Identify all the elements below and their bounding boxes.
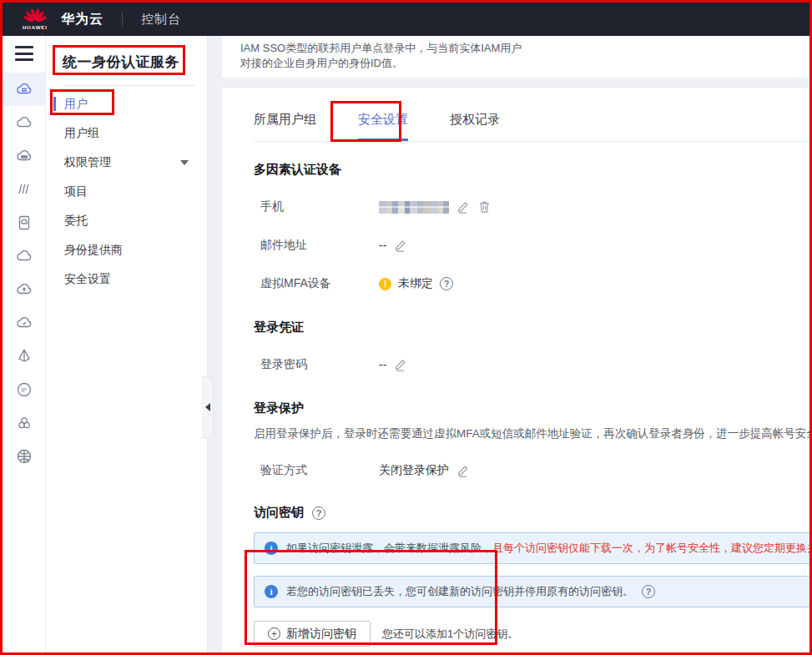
row-phone: 手机 [254, 198, 812, 216]
sidebar-item-identity-providers[interactable]: 身份提供商 [46, 235, 207, 265]
background-gap [208, 78, 809, 88]
sidebar-item-users[interactable]: 用户 [46, 89, 207, 118]
help-icon-alert[interactable]: ? [642, 585, 655, 598]
virtual-mfa-label: 虚拟MFA设备 [254, 276, 379, 291]
rail-item-cloud-dots[interactable] [3, 106, 45, 139]
service-icon-rail: IP w [3, 36, 46, 652]
phone-label: 手机 [254, 199, 379, 214]
alert2-text: 若您的访问密钥已丢失，您可创建新的访问密钥并停用原有的访问密钥。 [286, 584, 633, 599]
alert1-red-text: 且每个访问密钥仅能下载一次，为了帐号安全性，建议您定期更换并妥善保 [492, 542, 812, 554]
sidebar-divider [63, 85, 195, 86]
help-icon-access-key[interactable]: ? [312, 506, 325, 520]
access-key-actions: + 新增访问密钥 您还可以添加1个访问密钥。 [254, 621, 812, 647]
cloud-server-icon [14, 79, 34, 99]
rail-item-ip[interactable]: IP [3, 373, 45, 406]
tab-bar: 所属用户组 安全设置 授权记录 [254, 88, 812, 142]
cloud-upload-icon [14, 280, 34, 300]
tab-security-settings[interactable]: 安全设置 [358, 112, 408, 141]
protection-description: 启用登录保护后，登录时还需要通过虚拟MFA或短信或邮件地址验证，再次确认登录者身… [254, 426, 812, 441]
help-icon-mfa[interactable]: ? [440, 277, 453, 290]
warning-icon: ! [379, 278, 391, 290]
pyramid-icon [14, 346, 34, 366]
rail-item-waves[interactable] [3, 173, 45, 206]
row-password: 登录密码 -- [254, 355, 812, 374]
access-key-quota-note: 您还可以添加1个访问密钥。 [382, 627, 518, 642]
password-value: -- [379, 358, 386, 371]
row-email: 邮件地址 -- [254, 236, 812, 254]
doc-cloud-icon [14, 213, 34, 233]
info-icon: i [265, 585, 278, 598]
chevron-left-icon [205, 403, 210, 411]
row-virtual-mfa: 虚拟MFA设备 ! 未绑定 ? [254, 275, 812, 293]
brand-name[interactable]: 华为云 [61, 11, 103, 28]
globe-icon: w [14, 446, 34, 466]
alert1-plain-text: 如果访问密钥泄露，会带来数据泄露风险， [286, 542, 492, 554]
hamburger-menu-icon[interactable] [15, 46, 33, 61]
top-bar: HUAWEI 华为云 控制台 [3, 3, 809, 36]
sidebar-collapse-handle[interactable] [202, 376, 214, 438]
topbar-divider [122, 13, 123, 26]
verification-label: 验证方式 [254, 463, 379, 478]
main-content: IAM SSO类型的联邦用户单点登录中，与当前实体IAM用户 对接的企业自身用户… [208, 36, 809, 652]
plus-circle-icon: + [268, 627, 280, 640]
section-protection-title: 登录保护 [254, 401, 812, 416]
email-value: -- [379, 239, 386, 252]
phone-value-redacted [379, 201, 449, 214]
row-verification: 验证方式 关闭登录保护 [254, 461, 812, 480]
tooltip-line-1: IAM SSO类型的联邦用户单点登录中，与当前实体IAM用户 [240, 41, 812, 56]
cloud-icon [14, 246, 34, 266]
huawei-logo[interactable]: HUAWEI [23, 9, 48, 30]
rail-item-doc-cloud[interactable] [3, 206, 45, 239]
rail-item-cloud[interactable] [3, 239, 45, 273]
password-label: 登录密码 [254, 357, 379, 372]
tab-authorization-records[interactable]: 授权记录 [450, 112, 500, 141]
sidebar-item-permissions[interactable]: 权限管理 [46, 148, 207, 177]
service-title: 统一身份认证服务 [63, 53, 207, 72]
huawei-flower-icon [24, 9, 46, 24]
access-key-alert-2: i 若您的访问密钥已丢失，您可创建新的访问密钥并停用原有的访问密钥。 ? [254, 576, 812, 607]
rail-item-pyramid[interactable] [3, 340, 45, 373]
ip-icon: IP [14, 380, 34, 400]
rail-item-user-group[interactable] [3, 406, 45, 440]
cloud-dots-icon [14, 113, 34, 133]
waves-icon [14, 179, 34, 199]
rail-item-cloud-clock[interactable] [3, 306, 45, 340]
sidebar-item-agencies[interactable]: 委托 [46, 206, 207, 235]
verification-value: 关闭登录保护 [379, 463, 449, 478]
edit-verification-icon[interactable] [456, 463, 471, 478]
section-credential-title: 登录凭证 [254, 320, 812, 335]
section-access-key-title: 访问密钥 ? [254, 505, 812, 521]
svg-text:IP: IP [21, 387, 27, 393]
section-mfa-title: 多因素认证设备 [254, 162, 812, 178]
sidebar-item-user-groups[interactable]: 用户组 [46, 118, 207, 148]
sidebar-item-projects[interactable]: 项目 [46, 177, 207, 206]
cloud-stack-icon [14, 146, 34, 166]
info-icon: i [265, 542, 278, 555]
edit-email-icon[interactable] [393, 238, 408, 253]
user-detail-panel: 所属用户组 安全设置 授权记录 多因素认证设备 手机 邮件地址 [222, 88, 812, 655]
sidebar-item-security-settings[interactable]: 安全设置 [46, 265, 207, 294]
cloud-clock-icon [14, 313, 34, 333]
virtual-mfa-value: 未绑定 [398, 276, 433, 291]
rail-item-cloud-stack[interactable] [3, 139, 45, 173]
email-label: 邮件地址 [254, 238, 379, 253]
tab-user-groups[interactable]: 所属用户组 [254, 112, 316, 141]
access-key-alert-1: i 如果访问密钥泄露，会带来数据泄露风险，且每个访问密钥仅能下载一次，为了帐号安… [254, 532, 812, 564]
edit-phone-icon[interactable] [456, 199, 471, 214]
logo-word: HUAWEI [23, 25, 48, 30]
rail-item-globe[interactable]: w [3, 440, 45, 473]
console-link[interactable]: 控制台 [141, 12, 181, 28]
svg-text:w: w [24, 457, 30, 463]
tooltip-line-2: 对接的企业自身用户的身份ID值。 [240, 56, 812, 71]
rail-item-cloud-server[interactable] [3, 73, 45, 106]
delete-phone-icon[interactable] [477, 199, 492, 214]
screenshot-frame: HUAWEI 华为云 控制台 [0, 0, 812, 655]
edit-password-icon[interactable] [393, 357, 408, 372]
user-group-icon [14, 413, 34, 433]
iam-sidebar: 统一身份认证服务 用户 用户组 权限管理 项目 委托 身份提供商 安全设置 [46, 36, 208, 652]
rail-item-cloud-upload[interactable] [3, 273, 45, 306]
add-access-key-button[interactable]: + 新增访问密钥 [254, 621, 371, 647]
sso-tooltip-box: IAM SSO类型的联邦用户单点登录中，与当前实体IAM用户 对接的企业自身用户… [222, 36, 812, 78]
chevron-down-icon [180, 160, 189, 165]
